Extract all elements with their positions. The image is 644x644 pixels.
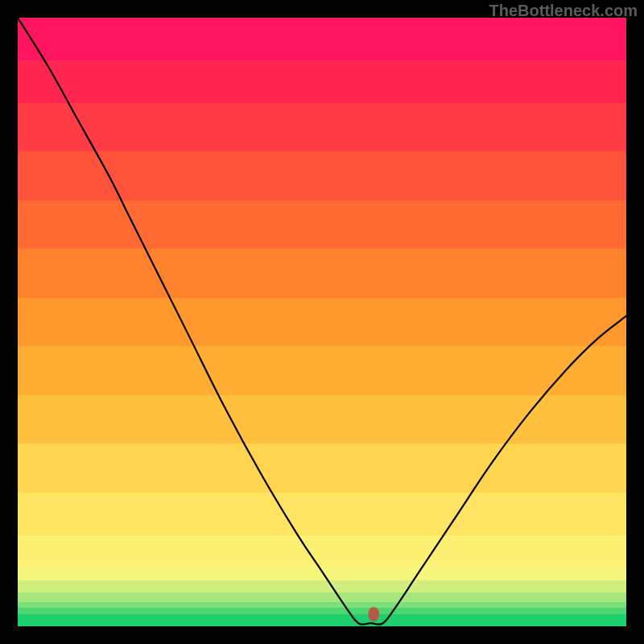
watermark-text: TheBottleneck.com — [489, 2, 638, 20]
plot-area — [18, 18, 626, 626]
bottleneck-chart — [18, 18, 626, 626]
gradient-background — [18, 18, 626, 626]
chart-frame: TheBottleneck.com — [0, 0, 644, 644]
optimum-marker — [368, 607, 379, 621]
